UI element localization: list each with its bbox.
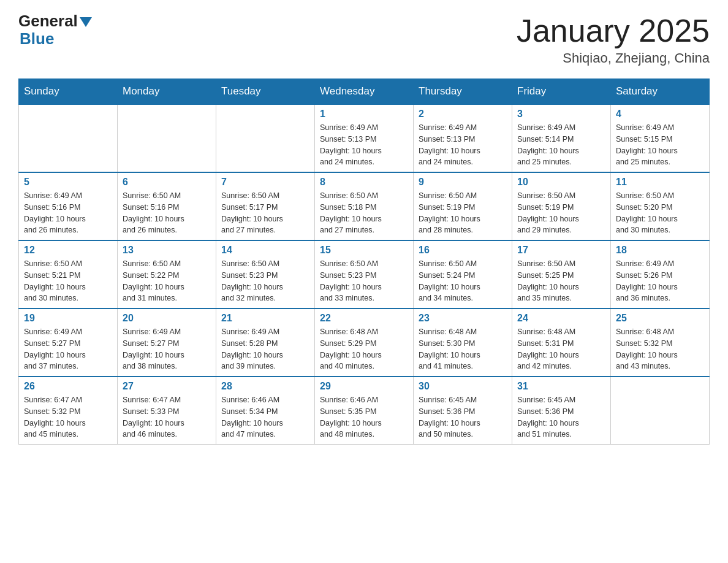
day-info: Sunrise: 6:50 AMSunset: 5:17 PMDaylight:…: [221, 190, 309, 236]
column-header-sunday: Sunday: [19, 79, 118, 105]
calendar-cell: 5Sunrise: 6:49 AMSunset: 5:16 PMDaylight…: [19, 172, 118, 240]
day-number: 11: [616, 177, 704, 188]
day-number: 3: [517, 109, 605, 120]
day-number: 21: [221, 313, 309, 324]
calendar-cell: 25Sunrise: 6:48 AMSunset: 5:32 PMDayligh…: [611, 308, 710, 377]
day-info: Sunrise: 6:50 AMSunset: 5:18 PMDaylight:…: [320, 190, 408, 236]
day-number: 5: [24, 177, 112, 188]
week-row-3: 12Sunrise: 6:50 AMSunset: 5:21 PMDayligh…: [19, 240, 710, 308]
calendar-cell: 7Sunrise: 6:50 AMSunset: 5:17 PMDaylight…: [216, 172, 315, 240]
week-row-2: 5Sunrise: 6:49 AMSunset: 5:16 PMDaylight…: [19, 172, 710, 240]
day-number: 23: [419, 313, 507, 324]
calendar-cell: [611, 377, 710, 445]
day-info: Sunrise: 6:50 AMSunset: 5:16 PMDaylight:…: [123, 190, 211, 236]
day-number: 6: [123, 177, 211, 188]
day-info: Sunrise: 6:50 AMSunset: 5:23 PMDaylight:…: [221, 258, 309, 304]
day-number: 28: [221, 381, 309, 392]
calendar-cell: 3Sunrise: 6:49 AMSunset: 5:14 PMDaylight…: [512, 104, 611, 172]
calendar-cell: 10Sunrise: 6:50 AMSunset: 5:19 PMDayligh…: [512, 172, 611, 240]
day-info: Sunrise: 6:48 AMSunset: 5:30 PMDaylight:…: [419, 326, 507, 372]
day-number: 26: [24, 381, 112, 392]
day-info: Sunrise: 6:49 AMSunset: 5:28 PMDaylight:…: [221, 326, 309, 372]
day-number: 8: [320, 177, 408, 188]
day-info: Sunrise: 6:49 AMSunset: 5:16 PMDaylight:…: [24, 190, 112, 236]
calendar-cell: 30Sunrise: 6:45 AMSunset: 5:36 PMDayligh…: [414, 377, 512, 445]
day-number: 29: [320, 381, 408, 392]
calendar-cell: 20Sunrise: 6:49 AMSunset: 5:27 PMDayligh…: [118, 308, 216, 377]
day-info: Sunrise: 6:45 AMSunset: 5:36 PMDaylight:…: [419, 394, 507, 440]
column-header-friday: Friday: [512, 79, 611, 105]
day-info: Sunrise: 6:49 AMSunset: 5:27 PMDaylight:…: [24, 326, 112, 372]
day-info: Sunrise: 6:48 AMSunset: 5:29 PMDaylight:…: [320, 326, 408, 372]
calendar-cell: 18Sunrise: 6:49 AMSunset: 5:26 PMDayligh…: [611, 240, 710, 308]
day-info: Sunrise: 6:50 AMSunset: 5:25 PMDaylight:…: [517, 258, 605, 304]
calendar-cell: 13Sunrise: 6:50 AMSunset: 5:22 PMDayligh…: [118, 240, 216, 308]
day-number: 19: [24, 313, 112, 324]
calendar-cell: 26Sunrise: 6:47 AMSunset: 5:32 PMDayligh…: [19, 377, 118, 445]
day-number: 17: [517, 245, 605, 256]
day-info: Sunrise: 6:49 AMSunset: 5:13 PMDaylight:…: [419, 122, 507, 168]
day-info: Sunrise: 6:47 AMSunset: 5:32 PMDaylight:…: [24, 394, 112, 440]
week-row-1: 1Sunrise: 6:49 AMSunset: 5:13 PMDaylight…: [19, 104, 710, 172]
calendar-cell: 4Sunrise: 6:49 AMSunset: 5:15 PMDaylight…: [611, 104, 710, 172]
day-number: 2: [419, 109, 507, 120]
day-number: 20: [123, 313, 211, 324]
day-number: 4: [616, 109, 704, 120]
day-number: 13: [123, 245, 211, 256]
day-info: Sunrise: 6:50 AMSunset: 5:21 PMDaylight:…: [24, 258, 112, 304]
calendar-cell: 8Sunrise: 6:50 AMSunset: 5:18 PMDaylight…: [315, 172, 414, 240]
day-info: Sunrise: 6:50 AMSunset: 5:19 PMDaylight:…: [419, 190, 507, 236]
page-header: General Blue January 2025 Shiqiao, Zheji…: [18, 12, 710, 66]
calendar-table: SundayMondayTuesdayWednesdayThursdayFrid…: [18, 79, 710, 445]
calendar-cell: 1Sunrise: 6:49 AMSunset: 5:13 PMDaylight…: [315, 104, 414, 172]
day-number: 12: [24, 245, 112, 256]
calendar-cell: 29Sunrise: 6:46 AMSunset: 5:35 PMDayligh…: [315, 377, 414, 445]
title-area: January 2025 Shiqiao, Zhejiang, China: [517, 12, 710, 66]
day-number: 22: [320, 313, 408, 324]
column-header-thursday: Thursday: [414, 79, 512, 105]
calendar-cell: 11Sunrise: 6:50 AMSunset: 5:20 PMDayligh…: [611, 172, 710, 240]
calendar-cell: [118, 104, 216, 172]
column-header-tuesday: Tuesday: [216, 79, 315, 105]
day-info: Sunrise: 6:47 AMSunset: 5:33 PMDaylight:…: [123, 394, 211, 440]
day-number: 24: [517, 313, 605, 324]
day-info: Sunrise: 6:50 AMSunset: 5:19 PMDaylight:…: [517, 190, 605, 236]
week-row-4: 19Sunrise: 6:49 AMSunset: 5:27 PMDayligh…: [19, 308, 710, 377]
calendar-cell: 6Sunrise: 6:50 AMSunset: 5:16 PMDaylight…: [118, 172, 216, 240]
calendar-cell: 21Sunrise: 6:49 AMSunset: 5:28 PMDayligh…: [216, 308, 315, 377]
day-info: Sunrise: 6:50 AMSunset: 5:24 PMDaylight:…: [419, 258, 507, 304]
day-number: 1: [320, 109, 408, 120]
day-info: Sunrise: 6:50 AMSunset: 5:22 PMDaylight:…: [123, 258, 211, 304]
day-number: 25: [616, 313, 704, 324]
logo-blue-text: Blue: [20, 29, 54, 48]
calendar-cell: 31Sunrise: 6:45 AMSunset: 5:36 PMDayligh…: [512, 377, 611, 445]
day-info: Sunrise: 6:46 AMSunset: 5:35 PMDaylight:…: [320, 394, 408, 440]
calendar-cell: 17Sunrise: 6:50 AMSunset: 5:25 PMDayligh…: [512, 240, 611, 308]
month-title: January 2025: [517, 12, 710, 49]
day-info: Sunrise: 6:45 AMSunset: 5:36 PMDaylight:…: [517, 394, 605, 440]
day-info: Sunrise: 6:49 AMSunset: 5:26 PMDaylight:…: [616, 258, 704, 304]
logo-general-text: General: [18, 12, 78, 30]
calendar-cell: [19, 104, 118, 172]
column-header-wednesday: Wednesday: [315, 79, 414, 105]
column-header-monday: Monday: [118, 79, 216, 105]
day-number: 15: [320, 245, 408, 256]
day-number: 9: [419, 177, 507, 188]
calendar-header-row: SundayMondayTuesdayWednesdayThursdayFrid…: [19, 79, 710, 105]
logo: General Blue: [18, 12, 92, 47]
calendar-cell: [216, 104, 315, 172]
day-number: 31: [517, 381, 605, 392]
calendar-cell: 19Sunrise: 6:49 AMSunset: 5:27 PMDayligh…: [19, 308, 118, 377]
day-info: Sunrise: 6:49 AMSunset: 5:14 PMDaylight:…: [517, 122, 605, 168]
day-info: Sunrise: 6:50 AMSunset: 5:23 PMDaylight:…: [320, 258, 408, 304]
calendar-cell: 14Sunrise: 6:50 AMSunset: 5:23 PMDayligh…: [216, 240, 315, 308]
week-row-5: 26Sunrise: 6:47 AMSunset: 5:32 PMDayligh…: [19, 377, 710, 445]
day-info: Sunrise: 6:46 AMSunset: 5:34 PMDaylight:…: [221, 394, 309, 440]
calendar-cell: 15Sunrise: 6:50 AMSunset: 5:23 PMDayligh…: [315, 240, 414, 308]
day-number: 7: [221, 177, 309, 188]
day-number: 16: [419, 245, 507, 256]
day-number: 27: [123, 381, 211, 392]
location-text: Shiqiao, Zhejiang, China: [517, 50, 710, 66]
day-number: 30: [419, 381, 507, 392]
day-info: Sunrise: 6:48 AMSunset: 5:32 PMDaylight:…: [616, 326, 704, 372]
